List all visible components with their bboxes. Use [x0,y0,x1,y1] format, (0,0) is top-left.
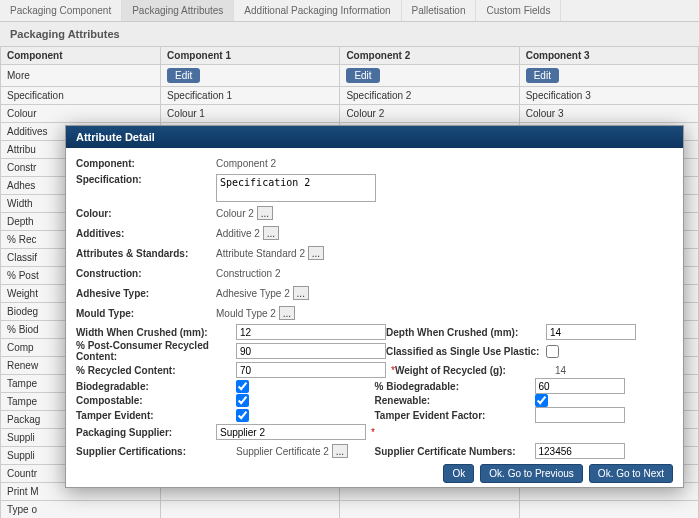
label-construction: Construction: [76,268,216,279]
row-label: More [1,65,161,87]
table-row: SpecificationSpecification 1Specificatio… [1,87,699,105]
label-colour: Colour: [76,208,216,219]
table-cell: Edit [161,65,340,87]
ok-next-button[interactable]: Ok. Go to Next [589,464,673,483]
value-colour: Colour 2 [216,208,254,219]
attribute-detail-modal: Attribute Detail Component: Component 2 … [65,125,684,488]
label-tamper-evident: Tamper Evident: [76,410,236,421]
table-cell: Colour 2 [340,105,519,123]
label-component: Component: [76,158,216,169]
input-specification[interactable]: Specification 2 [216,174,376,202]
label-renewable: Renewable: [375,395,535,406]
label-pct-biodegradable: % Biodegradable: [375,381,535,392]
label-post-consumer: % Post-Consumer Recycled Content: [76,340,236,362]
tab-additional-packaging-information[interactable]: Additional Packaging Information [234,0,401,21]
label-depth-crushed: Depth When Crushed (mm): [386,327,546,338]
table-cell: Edit [519,65,698,87]
modal-title: Attribute Detail [66,126,683,148]
input-depth-crushed[interactable] [546,324,636,340]
required-indicator: * [371,427,375,438]
label-recycled-content: % Recycled Content: [76,365,236,376]
edit-button[interactable]: Edit [526,68,559,83]
tab-palletisation[interactable]: Palletisation [402,0,477,21]
ok-button[interactable]: Ok [443,464,474,483]
top-tabs: Packaging ComponentPackaging AttributesA… [0,0,699,22]
label-biodegradable: Biodegradable: [76,381,236,392]
label-packaging-supplier: Packaging Supplier: [76,427,216,438]
checkbox-tamper-evident[interactable] [236,409,249,422]
input-packaging-supplier[interactable] [216,424,366,440]
label-additives: Additives: [76,228,216,239]
value-weight-recycled: 14 [555,365,673,376]
table-cell: Edit [340,65,519,87]
picker-attributes-standards[interactable]: ... [308,246,324,260]
label-compostable: Compostable: [76,395,236,406]
input-pct-biodegradable[interactable] [535,378,625,394]
picker-supplier-cert[interactable]: ... [332,444,348,458]
row-label: Specification [1,87,161,105]
row-label: Colour [1,105,161,123]
tab-custom-fields[interactable]: Custom Fields [476,0,561,21]
column-header: Component 1 [161,47,340,65]
column-header: Component 3 [519,47,698,65]
checkbox-compostable[interactable] [236,394,249,407]
input-recycled-content[interactable] [236,362,386,378]
label-supplier-cert: Supplier Certifications: [76,446,236,457]
value-attributes-standards: Attribute Standard 2 [216,248,305,259]
tab-packaging-component[interactable]: Packaging Component [0,0,122,21]
picker-colour[interactable]: ... [257,206,273,220]
checkbox-biodegradable[interactable] [236,380,249,393]
label-single-use: Classified as Single Use Plastic: [386,346,546,357]
table-cell [161,501,340,519]
table-row: MoreEditEditEdit [1,65,699,87]
section-title: Packaging Attributes [0,22,699,46]
modal-footer: Ok Ok. Go to Previous Ok. Go to Next [66,460,683,487]
value-construction: Construction 2 [216,268,673,279]
label-adhesive-type: Adhesive Type: [76,288,216,299]
input-post-consumer[interactable] [236,343,386,359]
input-width-crushed[interactable] [236,324,386,340]
label-attributes-standards: Attributes & Standards: [76,248,216,259]
edit-button[interactable]: Edit [167,68,200,83]
column-header: Component 2 [340,47,519,65]
label-specification: Specification: [76,174,216,185]
value-mould-type: Mould Type 2 [216,308,276,319]
label-supplier-cert-numbers: Supplier Certificate Numbers: [375,446,535,457]
picker-adhesive-type[interactable]: ... [293,286,309,300]
table-cell: Colour 3 [519,105,698,123]
table-cell: Specification 3 [519,87,698,105]
value-component: Component 2 [216,158,673,169]
input-tamper-factor[interactable] [535,407,625,423]
checkbox-renewable[interactable] [535,394,548,407]
row-label: Type o [1,501,161,519]
table-row: ColourColour 1Colour 2Colour 3 [1,105,699,123]
label-width-crushed: Width When Crushed (mm): [76,327,236,338]
value-supplier-cert: Supplier Certificate 2 [236,446,329,457]
value-additives: Additive 2 [216,228,260,239]
label-tamper-factor: Tamper Evident Factor: [375,410,535,421]
table-cell: Specification 1 [161,87,340,105]
value-adhesive-type: Adhesive Type 2 [216,288,290,299]
picker-mould-type[interactable]: ... [279,306,295,320]
checkbox-single-use[interactable] [546,345,559,358]
column-header: Component [1,47,161,65]
table-cell: Colour 1 [161,105,340,123]
input-supplier-cert-numbers[interactable] [535,443,625,459]
edit-button[interactable]: Edit [346,68,379,83]
ok-previous-button[interactable]: Ok. Go to Previous [480,464,582,483]
tab-packaging-attributes[interactable]: Packaging Attributes [122,0,234,21]
modal-body: Component: Component 2 Specification: Sp… [66,148,683,460]
label-mould-type: Mould Type: [76,308,216,319]
table-cell: Specification 2 [340,87,519,105]
picker-additives[interactable]: ... [263,226,279,240]
table-cell [340,501,519,519]
table-cell [519,501,698,519]
label-weight-recycled: Weight of Recycled (g): [395,365,555,376]
table-row: Type o [1,501,699,519]
